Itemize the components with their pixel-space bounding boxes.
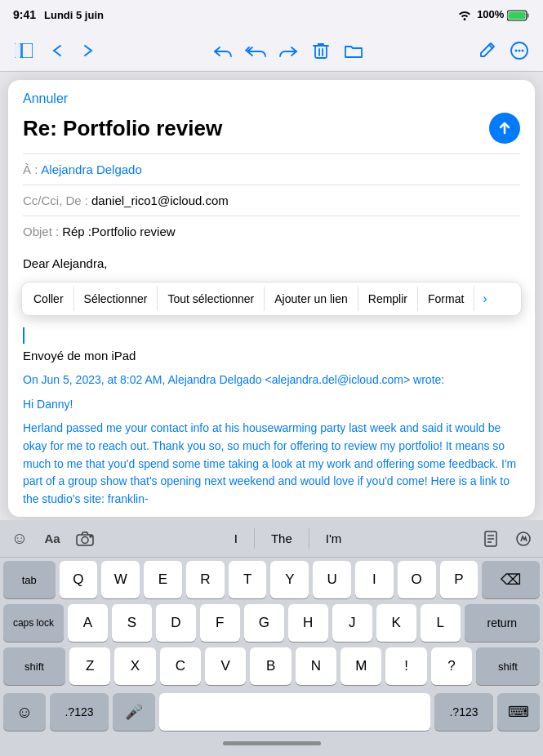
text-cursor <box>23 327 24 344</box>
numbers-key-right[interactable]: .?123 <box>434 693 493 731</box>
forward-icon[interactable] <box>276 38 300 63</box>
key-G[interactable]: G <box>244 604 284 642</box>
return-key[interactable]: return <box>465 604 540 642</box>
quoted-body: Herland passed me your contact info at h… <box>23 420 520 508</box>
cancel-button[interactable]: Annuler <box>23 91 68 106</box>
move-folder-icon[interactable] <box>341 38 366 63</box>
key-Z[interactable]: Z <box>69 647 110 685</box>
suggestion-Im[interactable]: I'm <box>309 528 358 549</box>
key-K[interactable]: K <box>376 604 416 642</box>
key-R[interactable]: R <box>186 561 225 598</box>
battery-icon: 100% <box>477 8 530 21</box>
key-H[interactable]: H <box>288 604 328 642</box>
key-J[interactable]: J <box>332 604 372 642</box>
status-date: Lundi 5 juin <box>44 9 104 21</box>
tab-key[interactable]: tab <box>3 561 56 598</box>
add-link-button[interactable]: Ajouter un lien <box>265 287 358 311</box>
svg-rect-5 <box>15 43 20 58</box>
keyboard: tab Q W E R T Y U I O P ⌫ caps lock A S … <box>0 558 543 733</box>
key-S[interactable]: S <box>112 604 152 642</box>
keyboard-row-1: tab Q W E R T Y U I O P ⌫ <box>3 561 540 598</box>
key-Y[interactable]: Y <box>270 561 309 598</box>
key-question[interactable]: ? <box>431 647 472 685</box>
svg-rect-2 <box>527 13 530 17</box>
format-button[interactable]: Format <box>418 287 474 311</box>
status-bar: 9:41 Lundi 5 juin 100% <box>0 0 543 29</box>
svg-rect-1 <box>509 11 526 19</box>
subject-label: Objet : <box>23 225 59 238</box>
wifi-icon <box>457 9 472 20</box>
reply-icon[interactable] <box>211 38 235 63</box>
key-A[interactable]: A <box>68 604 108 642</box>
delete-key[interactable]: ⌫ <box>482 561 540 598</box>
key-N[interactable]: N <box>296 647 336 685</box>
key-Q[interactable]: Q <box>60 561 98 598</box>
select-button[interactable]: Sélectionner <box>74 287 158 311</box>
key-P[interactable]: P <box>440 561 478 598</box>
main-background: Annuler Re: Portfolio review À : Alejand… <box>0 72 543 525</box>
svg-point-12 <box>519 49 521 51</box>
aa-text-icon[interactable]: Aa <box>39 526 65 552</box>
svg-point-13 <box>522 49 524 51</box>
more-options-icon[interactable] <box>507 38 532 63</box>
key-V[interactable]: V <box>205 647 246 685</box>
scan-text-icon[interactable] <box>510 526 536 552</box>
microphone-key[interactable]: 🎤 <box>113 693 155 731</box>
home-bar <box>223 741 321 745</box>
send-button[interactable] <box>489 113 520 144</box>
next-message-icon[interactable] <box>77 38 101 63</box>
key-U[interactable]: U <box>313 561 351 598</box>
suggestion-I[interactable]: I <box>218 528 255 549</box>
emoji-keyboard-icon[interactable]: ☺ <box>7 526 33 552</box>
email-signature: Envoyé de mon iPad <box>23 347 520 366</box>
emoji-key[interactable]: ☺ <box>3 693 46 731</box>
cc-field[interactable]: Cc/Cci, De : daniel_rico1@icloud.com <box>23 185 520 216</box>
suggestion-The[interactable]: The <box>255 528 309 549</box>
keyboard-row-3: shift Z X C V B N M ! ? shift <box>3 647 540 685</box>
svg-rect-4 <box>22 43 33 58</box>
subject-field[interactable]: Objet : Rép :Portfolio review <box>23 216 520 247</box>
key-O[interactable]: O <box>398 561 436 598</box>
keyboard-dismiss-key[interactable]: ⌨ <box>497 693 540 731</box>
key-C[interactable]: C <box>160 647 201 685</box>
cc-label: Cc/Cci, De : <box>23 193 88 207</box>
key-D[interactable]: D <box>156 604 196 642</box>
key-X[interactable]: X <box>114 647 155 685</box>
key-M[interactable]: M <box>340 647 381 685</box>
key-E[interactable]: E <box>144 561 182 598</box>
key-B[interactable]: B <box>250 647 291 685</box>
email-body[interactable]: Envoyé de mon iPad On Jun 5, 2023, at 8:… <box>8 319 535 517</box>
mail-toolbar <box>0 29 543 72</box>
to-label: À : <box>23 162 38 176</box>
key-I[interactable]: I <box>355 561 394 598</box>
fill-button[interactable]: Remplir <box>358 287 418 311</box>
prev-message-icon[interactable] <box>44 38 69 63</box>
key-W[interactable]: W <box>101 561 140 598</box>
status-time: 9:41 <box>13 8 36 21</box>
sidebar-toggle-icon[interactable] <box>11 38 36 63</box>
quoted-greeting: Hi Danny! <box>23 396 520 414</box>
to-value: Alejandra Delgado <box>41 162 141 176</box>
left-shift-key[interactable]: shift <box>3 647 65 685</box>
key-F[interactable]: F <box>200 604 240 642</box>
keyboard-row-2: caps lock A S D F G H J K L return <box>3 604 540 642</box>
numbers-key-left[interactable]: .?123 <box>50 693 109 731</box>
key-exclaim[interactable]: ! <box>385 647 426 685</box>
caps-lock-key[interactable]: caps lock <box>3 604 64 642</box>
paste-button[interactable]: Coller <box>24 287 74 311</box>
trash-icon[interactable] <box>309 38 333 63</box>
body-greeting: Dear Alejandra, <box>23 247 520 278</box>
cc-value: daniel_rico1@icloud.com <box>91 193 229 207</box>
camera-icon[interactable] <box>72 526 98 552</box>
compose-icon[interactable] <box>474 38 499 63</box>
document-scan-icon[interactable] <box>478 526 504 552</box>
select-all-button[interactable]: Tout sélectionner <box>158 287 265 311</box>
reply-all-icon[interactable] <box>243 38 268 63</box>
to-field[interactable]: À : Alejandra Delgado <box>23 153 520 185</box>
svg-point-11 <box>515 49 518 51</box>
key-L[interactable]: L <box>421 604 461 642</box>
space-key[interactable] <box>159 693 430 731</box>
right-shift-key[interactable]: shift <box>476 647 540 685</box>
context-menu-more-arrow[interactable]: › <box>474 286 495 312</box>
key-T[interactable]: T <box>229 561 267 598</box>
